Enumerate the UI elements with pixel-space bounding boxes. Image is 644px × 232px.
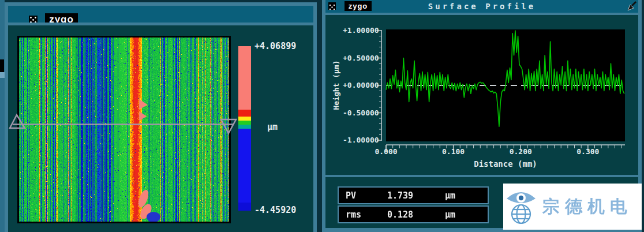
y-tick-label: +0.00000 (343, 81, 379, 90)
rms-value: 0.128 (387, 209, 445, 220)
y-tick-label: +1.00000 (343, 26, 379, 35)
pv-readout: PV 1.739 µm (338, 186, 489, 204)
y-tick-label: +0.50000 (343, 54, 379, 63)
background-highlight (0, 72, 5, 78)
profile-plot-panel: Height (µm) Distance (mm) +1.00000+0.500… (325, 15, 638, 175)
rms-unit: µm (445, 209, 488, 220)
watermark-text: 宗德机电 (542, 195, 632, 219)
y-tick-label: -1.00000 (343, 136, 379, 145)
rms-label: rms (339, 209, 387, 220)
colorbar (238, 46, 251, 211)
x-axis-label: Distance (mm) (448, 159, 563, 169)
x-tick-label: 0.100 (436, 147, 471, 156)
y-tick-label: -0.50000 (343, 108, 379, 118)
pv-label: PV (339, 190, 387, 201)
pv-value: 1.739 (387, 190, 445, 201)
x-tick-label: 0.300 (571, 147, 605, 156)
pv-unit: µm (445, 190, 488, 201)
surface-height-map[interactable] (17, 36, 231, 223)
eye-globe-icon (503, 187, 539, 226)
x-tick-label: 0.200 (503, 147, 538, 156)
x-tick-label: 0.000 (369, 147, 403, 156)
colorbar-min-label: -4.45920 (254, 205, 296, 215)
surface-map-canvas (19, 38, 229, 222)
surface-profile-titlebar[interactable]: zygo Surface Profile (325, 0, 638, 13)
zygo-metropro-desktop: zygo +4.06899 µm -4.45920 (0, 0, 644, 232)
background-glyph (0, 59, 4, 72)
window-border-right (313, 2, 317, 232)
pushpin-icon[interactable] (626, 1, 638, 12)
watermark-logo: 宗德机电 (503, 184, 642, 230)
surface-map-window: zygo +4.06899 µm -4.45920 (5, 0, 317, 232)
rms-readout: rms 0.128 µm (338, 205, 489, 223)
surface-map-titlebar[interactable]: zygo (8, 6, 313, 23)
colorbar-max-label: +4.06899 (254, 41, 296, 51)
window-title: Surface Profile (325, 2, 638, 11)
colorbar-unit-label: µm (267, 122, 278, 132)
